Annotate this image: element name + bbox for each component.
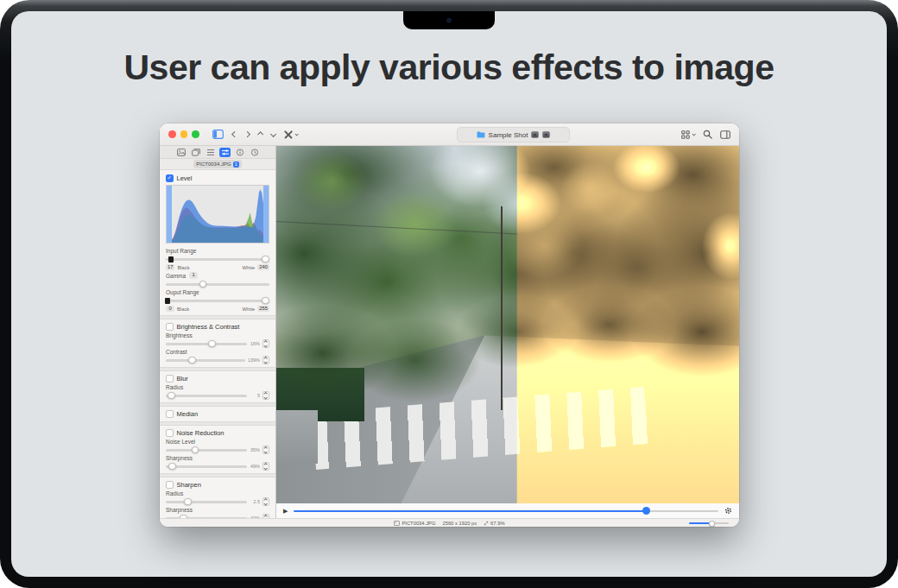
brightness-stepper[interactable]	[262, 339, 269, 348]
histogram-right-handle[interactable]	[263, 186, 269, 243]
contrast-value: 139%	[248, 357, 260, 363]
titlebar: Sample Shot	[160, 123, 739, 146]
search-button[interactable]	[703, 128, 712, 142]
chevron-down-icon	[295, 132, 300, 136]
gamma-slider[interactable]	[166, 280, 269, 288]
level-checkbox[interactable]	[166, 174, 174, 182]
gamma-handle[interactable]	[199, 281, 207, 288]
playback-bar: ▶	[276, 503, 739, 518]
forward-button[interactable]	[245, 128, 250, 142]
brightness-contrast-checkbox[interactable]	[166, 323, 174, 331]
sharpen-radius-slider[interactable]	[166, 497, 247, 506]
output-range-slider[interactable]	[166, 296, 269, 305]
input-range-slider[interactable]	[166, 255, 269, 263]
level-label: Level	[177, 174, 193, 182]
brightness-value: 16%	[250, 341, 260, 346]
tab-history-icon[interactable]	[249, 148, 260, 157]
window-title: Sample Shot	[489, 131, 528, 139]
chevron-down-icon	[692, 132, 696, 136]
group-view-button[interactable]	[681, 128, 695, 142]
inspector-tabbar	[160, 146, 275, 159]
noise-level-handle[interactable]	[192, 446, 199, 454]
image-preview[interactable]	[276, 146, 739, 503]
next-item-button[interactable]	[271, 128, 275, 142]
brightness-label: Brightness	[166, 332, 269, 339]
markup-tool-button[interactable]	[284, 128, 298, 142]
level-histogram[interactable]	[166, 185, 269, 243]
status-filename: PICT0034.JPG	[402, 521, 435, 526]
back-button[interactable]	[232, 128, 237, 142]
blur-radius-stepper[interactable]	[262, 391, 269, 400]
input-range-label: Input Range	[166, 247, 269, 255]
contrast-handle[interactable]	[188, 357, 196, 364]
output-range-label: Ouput Range	[166, 288, 269, 296]
input-black-handle[interactable]	[168, 256, 174, 262]
effects-sidebar: PICT0034.JPG 1 Level	[160, 146, 276, 518]
tab-photos-icon[interactable]	[190, 148, 201, 157]
output-white-handle[interactable]	[262, 297, 269, 305]
zoom-slider[interactable]	[689, 522, 729, 525]
input-black-value[interactable]: 17	[166, 264, 174, 271]
inspector-toggle-button[interactable]	[720, 128, 730, 142]
noise-reduction-checkbox[interactable]	[166, 429, 174, 437]
nr-sharpness-value: 49%	[250, 464, 260, 469]
blur-checkbox[interactable]	[166, 375, 174, 383]
sidebar-toggle-icon[interactable]	[212, 128, 224, 142]
tab-info-icon[interactable]	[234, 148, 245, 157]
output-black-value[interactable]: 0	[166, 306, 174, 313]
brightness-contrast-label: Brightness & Contrast	[177, 323, 240, 331]
thumbnail-badge-1[interactable]	[531, 131, 539, 138]
brightness-handle[interactable]	[208, 340, 216, 348]
median-checkbox[interactable]	[166, 410, 174, 418]
nr-sharpness-stepper[interactable]	[262, 462, 269, 471]
status-dimensions: 2560 x 1920 px	[442, 521, 477, 526]
tab-effects-icon[interactable]	[219, 148, 231, 157]
input-white-label: White	[243, 265, 256, 270]
close-button[interactable]	[168, 130, 176, 138]
noise-level-label: Noise Level	[166, 438, 269, 446]
tab-list-icon[interactable]	[205, 148, 216, 157]
input-white-handle[interactable]	[262, 256, 269, 263]
blur-radius-handle[interactable]	[168, 392, 175, 400]
sharpen-radius-handle[interactable]	[184, 498, 192, 506]
zoom-slider-handle[interactable]	[709, 521, 715, 527]
input-black-label: Black	[177, 265, 189, 270]
noise-level-slider[interactable]	[166, 446, 247, 454]
previous-item-button[interactable]	[258, 128, 262, 142]
status-file: PICT0034.JPG	[394, 521, 435, 526]
nr-sharpness-slider[interactable]	[166, 462, 247, 471]
contrast-stepper[interactable]	[262, 356, 269, 364]
window-title-pill[interactable]: Sample Shot	[457, 127, 570, 142]
sharpen-checkbox[interactable]	[166, 481, 174, 489]
camera-icon	[447, 18, 452, 22]
nr-sharpness-label: Sharpness	[166, 454, 269, 462]
input-white-value[interactable]: 240	[257, 264, 269, 271]
sharpen-radius-value: 2.5	[250, 499, 260, 504]
grid-icon	[681, 130, 690, 139]
sharpen-radius-label: Radius	[166, 490, 269, 497]
status-zoom: 67.9%	[484, 521, 504, 526]
effect-amount-handle[interactable]	[642, 507, 651, 515]
brightness-slider[interactable]	[166, 339, 247, 348]
output-black-handle[interactable]	[165, 298, 170, 304]
output-white-value[interactable]: 255	[257, 306, 269, 313]
tab-image-icon[interactable]	[175, 148, 187, 157]
headline: User can apply various effects to image	[0, 47, 898, 88]
blur-radius-slider[interactable]	[166, 391, 247, 400]
gear-icon[interactable]	[724, 507, 732, 515]
blur-radius-value: 5	[250, 393, 260, 398]
nr-sharpness-handle[interactable]	[168, 463, 176, 471]
file-tab[interactable]: PICT0034.JPG 1	[193, 160, 241, 168]
contrast-slider[interactable]	[166, 356, 245, 364]
zoom-scale-icon	[484, 521, 489, 526]
sharpen-radius-stepper[interactable]	[262, 497, 269, 506]
play-button[interactable]: ▶	[283, 508, 288, 514]
minimize-button[interactable]	[180, 130, 188, 138]
gamma-value[interactable]: 1	[189, 272, 198, 279]
effect-amount-slider[interactable]	[294, 507, 718, 515]
markup-icon	[284, 130, 293, 139]
fullscreen-button[interactable]	[192, 130, 199, 138]
thumbnail-badge-2[interactable]	[542, 131, 550, 138]
noise-level-stepper[interactable]	[262, 446, 269, 454]
file-tab-row: PICT0034.JPG 1	[160, 159, 275, 170]
